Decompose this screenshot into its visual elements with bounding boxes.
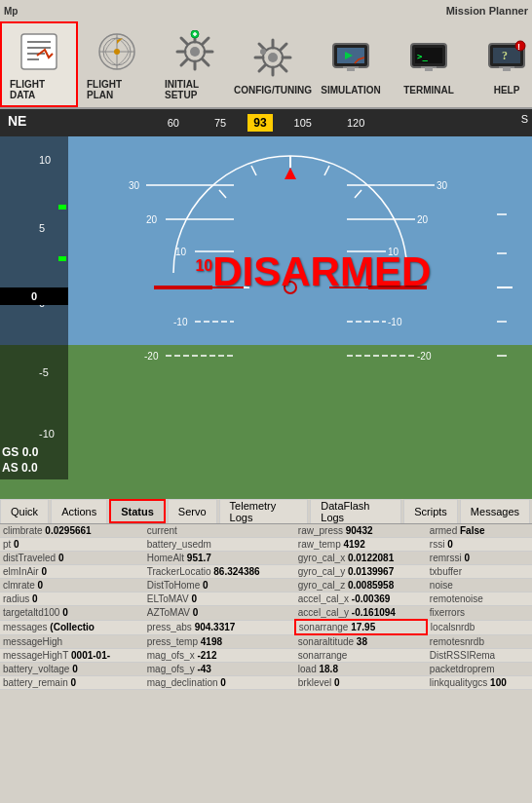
svg-line-38 [324,166,329,175]
cell-value: 4192 [341,539,365,550]
tab-actions[interactable]: Actions [51,499,107,523]
tab-quick[interactable]: Quick [0,499,49,523]
cell-key: messageHigh [3,636,62,647]
status-cell: DistToHome 0 [144,579,295,593]
cell-value: 17.95 [348,622,375,632]
cell-key: distTraveled [3,553,56,563]
status-cell: armed False [427,524,532,538]
airspeed-label: AS 0.0 [2,458,38,476]
cell-key: gyro_cal_z [298,580,345,591]
svg-text:20: 20 [417,214,429,225]
cell-value: 0 [11,539,19,550]
table-row: targetaltd100 0AZToMAV 0accel_cal_y -0.1… [0,606,532,621]
nav-initial-setup[interactable]: INITIAL SETUP [156,21,234,107]
status-table-container: climbrate 0.0295661current raw_press 904… [0,524,532,802]
status-cell: sonarrange 17.95 [295,620,427,634]
tab-status[interactable]: Status [109,499,166,523]
cell-key: raw_press [298,525,343,536]
tab-dataflash-logs[interactable]: DataFlash Logs [310,499,401,523]
svg-marker-40 [285,168,296,179]
status-cell: packetdroprem [427,663,532,676]
cell-key: localsnrdb [431,622,475,632]
status-cell: rssi 0 [427,538,532,552]
initial-setup-label: INITIAL SETUP [165,79,225,100]
tab-telemetry-logs[interactable]: Telemetry Logs [219,499,309,523]
svg-text:?: ? [502,49,508,62]
svg-point-11 [190,47,200,57]
flight-data-icon [16,28,62,75]
svg-text:30: 30 [129,180,140,191]
cell-value: 0 [462,553,470,563]
nav-config-tuning[interactable]: CONFIG/TUNING [234,21,312,107]
cell-key: gyro_cal_x [298,553,345,563]
status-cell: messages (Collectio [0,620,144,634]
status-cell: press_temp 4198 [144,634,295,649]
status-cell: remrssi 0 [427,552,532,565]
tab-scripts[interactable]: Scripts [403,499,458,523]
status-cell: remotesnrdb [427,634,532,649]
cell-value: -0.00369 [349,593,390,604]
status-cell: sonarrange [295,649,427,663]
cell-key: battery_usedm [147,539,211,550]
nav-flight-plan[interactable]: FLIGHT PLAN [78,21,156,107]
status-cell: mag_ofs_y -43 [144,663,295,676]
initial-setup-icon [171,28,218,75]
status-cell: txbuffer [427,565,532,579]
config-tuning-icon [249,34,296,81]
status-cell: battery_voltage 0 [0,663,144,676]
status-cell: gyro_cal_x 0.0122081 [295,552,427,565]
svg-text:-20: -20 [417,351,432,362]
status-table-wrapper: climbrate 0.0295661current raw_press 904… [0,524,532,690]
table-row: distTraveled 0HomeAlt 951.7gyro_cal_x 0.… [0,552,532,565]
status-cell: ELToMAV 0 [144,593,295,606]
cell-value: 38 [354,636,367,647]
nav-help[interactable]: ? ! HELP [468,21,532,107]
cell-key: targetaltd100 [3,607,59,618]
heading-bar: NE 60 75 93 105 120 S [0,109,532,136]
status-cell: raw_temp 4192 [295,538,427,552]
cell-key: battery_voltage [3,664,69,674]
cell-value: False [457,525,484,536]
status-cell: sonaraltitude 38 [295,634,427,649]
tab-bar: Quick Actions Status Servo Telemetry Log… [0,499,532,524]
cell-key: remrssi [430,553,462,563]
cell-key: messages [3,622,48,632]
cell-key: AZToMAV [147,607,190,618]
status-cell: gyro_cal_z 0.0085958 [295,579,427,593]
nav-flight-data[interactable]: FLIGHT DATA [0,21,78,107]
svg-line-36 [251,166,256,175]
svg-text:-20: -20 [144,351,159,362]
status-cell: noise [427,579,532,593]
nav-terminal[interactable]: >_ TERMINAL [390,21,468,107]
cell-value: -0.161094 [349,607,396,618]
cell-value: 0 [444,539,452,550]
cell-key: press_temp [147,636,198,647]
cell-value: 4198 [198,636,222,647]
svg-text:!: ! [517,42,520,52]
cell-value: 0 [56,553,63,563]
cell-key: gyro_cal_y [298,566,345,577]
svg-text:20: 20 [146,214,158,225]
svg-rect-22 [347,67,355,71]
table-row: radius 0ELToMAV 0accel_cal_x -0.00369rem… [0,593,532,606]
nav-simulation[interactable]: SIMULATION [312,21,390,107]
tab-messages[interactable]: Messages [460,499,530,523]
table-row: messageHighT 0001-01-mag_ofs_x -212sonar… [0,649,532,663]
green-indicator-bar [58,205,66,210]
table-row: messages (Collectiopress_abs 904.3317son… [0,620,532,634]
cell-key: accel_cal_y [298,607,349,618]
cell-key: linkqualitygcs [430,677,487,688]
speed-zero: 0 [31,290,37,302]
cell-key: HomeAlt [147,553,184,563]
cell-key: mag_ofs_x [147,650,195,661]
svg-text:10: 10 [175,247,187,257]
green-indicator-bar2 [58,256,66,261]
status-cell: remotenoise [427,593,532,606]
tab-servo[interactable]: Servo [168,499,217,523]
nav-toolbar: FLIGHT DATA FLIGHT PLAN [0,21,532,109]
cell-value: 0 [68,677,76,688]
status-cell: messageHigh [0,634,144,649]
cell-key: mag_declination [147,677,218,688]
cell-key: clmrate [3,580,35,591]
table-row: battery_remain 0mag_declination 0brkleve… [0,676,532,690]
